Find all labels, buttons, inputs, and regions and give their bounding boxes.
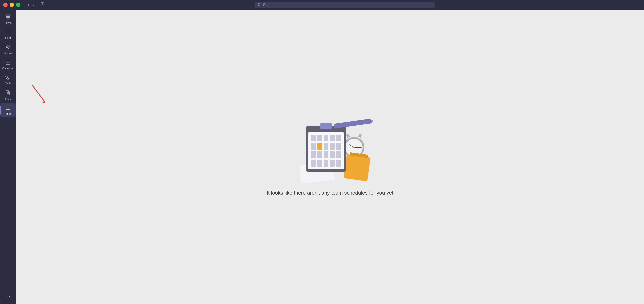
cal-cell	[324, 135, 328, 142]
svg-rect-15	[7, 63, 8, 64]
cal-cell	[318, 135, 322, 142]
cal-cell	[311, 143, 316, 150]
files-label: Files	[5, 97, 11, 100]
cal-cell	[318, 151, 322, 158]
teams-icon	[5, 44, 11, 51]
clipboard-clip	[320, 123, 332, 130]
svg-rect-13	[7, 62, 8, 63]
empty-state: It looks like there aren't any team sche…	[266, 118, 394, 196]
back-button[interactable]: ‹	[26, 1, 30, 8]
cal-cell	[324, 151, 328, 158]
search-bar	[254, 1, 435, 8]
close-button[interactable]	[3, 2, 8, 7]
sidebar: Activity Chat	[0, 9, 16, 304]
minimize-button[interactable]	[10, 2, 14, 7]
shifts-icon	[5, 105, 11, 112]
sidebar-item-files[interactable]: Files	[0, 88, 16, 102]
cal-cell	[324, 143, 328, 150]
cal-cell	[330, 135, 334, 142]
sidebar-item-shifts[interactable]: Shifts	[0, 103, 16, 118]
arrow-annotation	[28, 82, 56, 110]
cal-cell	[330, 143, 334, 150]
svg-rect-14	[8, 62, 9, 63]
pen-tip	[371, 120, 374, 122]
activity-label: Activity	[4, 21, 12, 24]
calendar-icon	[5, 59, 11, 66]
svg-rect-4	[6, 30, 10, 33]
cal-cell	[311, 135, 316, 142]
sidebar-item-more[interactable]: ...	[0, 291, 16, 300]
forward-button[interactable]: ›	[32, 1, 36, 8]
nav-arrows: ‹ ›	[26, 1, 36, 8]
cal-cell	[330, 151, 334, 158]
clipboard-board	[306, 126, 346, 172]
cal-cell	[336, 159, 341, 166]
svg-rect-9	[6, 61, 10, 64]
titlebar: ‹ ›	[0, 0, 644, 9]
sidebar-item-calls[interactable]: Calls	[0, 73, 16, 87]
cal-cell	[330, 159, 334, 166]
cal-cell	[336, 151, 341, 158]
files-icon	[5, 90, 11, 96]
sidebar-item-teams[interactable]: Teams	[0, 42, 16, 57]
teams-label: Teams	[4, 51, 12, 55]
sidebar-item-chat[interactable]: Chat	[0, 27, 16, 41]
svg-point-8	[8, 45, 10, 47]
traffic-lights	[3, 2, 20, 7]
sidebar-item-activity[interactable]: Activity	[0, 12, 16, 26]
svg-point-7	[6, 45, 8, 47]
chat-icon	[5, 29, 11, 35]
calls-icon	[5, 75, 11, 81]
bell-icon	[5, 13, 11, 20]
main-area: Activity Chat	[0, 9, 644, 304]
cal-cell	[336, 135, 341, 142]
calendar-label: Calendar	[2, 67, 14, 70]
svg-point-1	[258, 3, 260, 5]
cal-cell	[318, 159, 322, 166]
package-box	[344, 154, 371, 181]
clipboard-paper	[308, 132, 344, 169]
pen	[334, 119, 372, 129]
shifts-label: Shifts	[4, 112, 12, 116]
maximize-button[interactable]	[16, 2, 20, 7]
svg-rect-23	[8, 108, 9, 108]
svg-rect-22	[7, 108, 8, 108]
svg-rect-25	[8, 109, 9, 109]
calls-label: Calls	[5, 82, 11, 85]
more-label: ...	[6, 293, 10, 298]
cal-cell-highlight	[318, 143, 322, 150]
search-input[interactable]	[263, 3, 432, 7]
empty-state-message: It looks like there aren't any team sche…	[266, 190, 394, 196]
chat-label: Chat	[5, 36, 11, 39]
cal-cell	[311, 151, 316, 158]
sidebar-item-calendar[interactable]: Calendar	[0, 57, 16, 72]
search-icon	[257, 3, 261, 6]
illustration	[288, 118, 372, 182]
compose-button[interactable]	[38, 1, 46, 8]
cal-cell	[311, 159, 316, 166]
cal-cell	[324, 159, 328, 166]
cal-cell	[336, 143, 341, 150]
content-area: It looks like there aren't any team sche…	[16, 9, 644, 304]
svg-rect-24	[7, 109, 8, 109]
svg-marker-26	[42, 101, 46, 104]
